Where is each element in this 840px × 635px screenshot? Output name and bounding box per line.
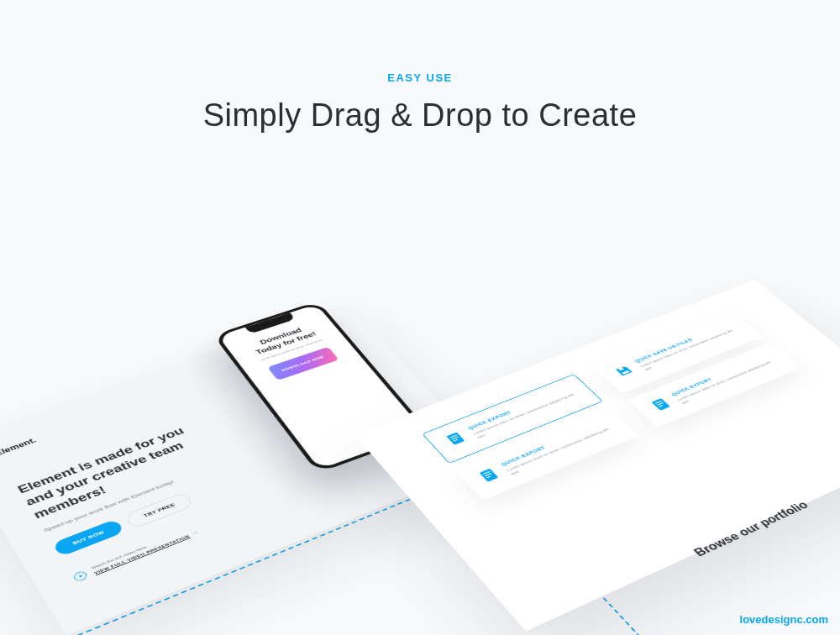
- portfolio-heading: Browse our portfolio: [691, 499, 811, 559]
- feature-card-desc: Lorem ipsum dolor sit amet, consectetur …: [472, 391, 582, 440]
- svg-rect-10: [651, 398, 669, 411]
- svg-rect-6: [479, 469, 498, 482]
- video-link-cta: VIEW FULL VIDEO PRESENTATION: [93, 534, 190, 575]
- perspective-stage: Element. Element is made for you and you…: [0, 176, 840, 635]
- export-icon: [648, 396, 673, 412]
- video-link-label: Watch the full video here: [90, 526, 197, 570]
- arrow-right-icon: →: [189, 529, 200, 538]
- page-eyebrow: EASY USE: [0, 71, 840, 84]
- feature-card-desc: Lorem ipsum dolor sit amet, consectetur …: [676, 359, 781, 406]
- page-headline: Simply Drag & Drop to Create: [0, 97, 840, 134]
- save-icon: [612, 363, 636, 378]
- play-icon: [72, 569, 89, 582]
- watermark: lovedesignc.com: [740, 613, 828, 626]
